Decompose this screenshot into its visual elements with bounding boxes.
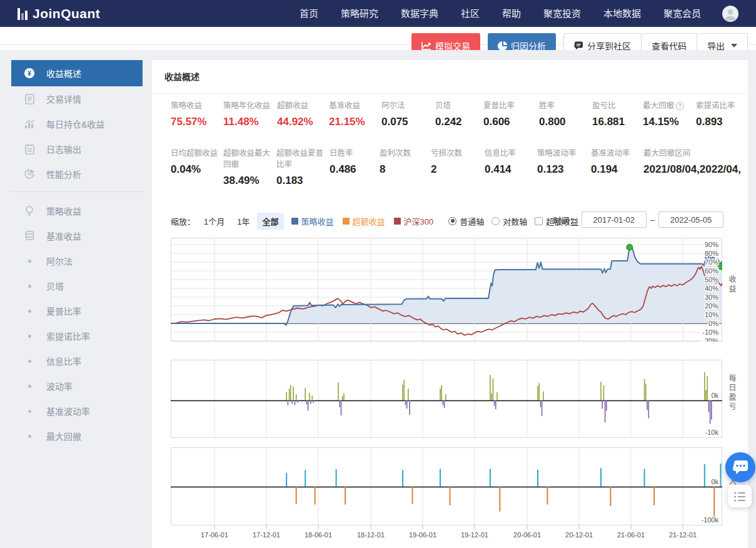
x-axis-label: 19-06-01 (409, 531, 436, 539)
attribution-analysis-button[interactable]: 归因分析 (488, 33, 556, 50)
nav-item-8[interactable]: 聚宽会员 (652, 0, 712, 27)
metric-mrow2-7: 信息比率0.414 (485, 148, 537, 187)
db-icon (23, 231, 36, 241)
x-axis-label: 20-06-01 (513, 531, 541, 539)
sidebar-item-label: 基准收益 (46, 230, 81, 242)
cash-flow-chart[interactable]: 0k-100k (171, 447, 722, 525)
button-label: 查看代码 (652, 39, 687, 50)
nav-item-2[interactable]: 策略研究 (330, 0, 390, 27)
action-buttons: 模拟交易归因分析分享到社区查看代码导出 (411, 33, 748, 50)
sidebar-item-基准波动率[interactable]: 基准波动率 (11, 398, 143, 424)
simulate-trade-button[interactable]: 模拟交易 (411, 33, 480, 50)
date-to-input[interactable] (658, 211, 723, 228)
metric-mrow2-3: 超额收益夏普比率0.183 (276, 148, 330, 187)
metric-mrow2-4: 日胜率0.486 (330, 148, 380, 187)
nav-item-4[interactable]: 社区 (450, 0, 491, 27)
sidebar-item-基准收益[interactable]: 基准收益 (11, 223, 143, 248)
radio-对数轴[interactable]: 对数轴 (491, 215, 527, 227)
sidebar-item-夏普比率[interactable]: 夏普比率 (11, 298, 143, 323)
sidebar-item-label: 最大回撤 (46, 430, 81, 442)
metric-label: 最大回撤区间 (643, 148, 748, 159)
metric-value: 0.075 (381, 116, 435, 128)
nav-item-5[interactable]: 帮助 (491, 0, 532, 27)
zoom-label: 缩放： (171, 215, 195, 227)
sidebar-item-label: 策略收益 (46, 205, 81, 217)
x-axis-label: 17-06-01 (201, 531, 228, 539)
legend-item-超额收益[interactable]: 超额收益 (343, 215, 385, 227)
svg-text:90%: 90% (705, 241, 718, 248)
sidebar-item-策略收益[interactable]: 策略收益 (11, 198, 143, 223)
metric-value: 0.893 (696, 116, 748, 128)
zoom-option-1年[interactable]: 1年 (232, 213, 255, 230)
x-axis-label: 19-12-01 (461, 531, 488, 539)
zoom-option-全部[interactable]: 全部 (257, 213, 283, 230)
metric-value: 0.123 (537, 163, 591, 176)
zoom-option-1个月[interactable]: 1个月 (199, 213, 229, 230)
nav-item-7[interactable]: 本地数据 (592, 0, 652, 27)
user-avatar[interactable] (722, 6, 738, 22)
x-axis-label: 17-12-01 (253, 531, 280, 539)
daily-pnl-axis-title: 每日盈亏 (727, 374, 737, 412)
metric-value: 0.242 (435, 116, 483, 128)
bullet-icon (23, 335, 36, 338)
list-fab-button[interactable] (728, 485, 752, 507)
metric-label: 亏损次数 (431, 148, 485, 159)
metric-label: 超额收益夏普比率 (276, 148, 330, 170)
sidebar-item-阿尔法[interactable]: 阿尔法 (11, 248, 143, 273)
x-axis-label: 20-12-01 (565, 531, 593, 539)
checkbox-icon (535, 217, 543, 225)
log-icon (23, 144, 36, 155)
metric-mrow1-11: 索提诺比率0.893 (696, 100, 748, 128)
nav-item-1[interactable]: 首页 (288, 0, 330, 27)
bullet-icon (23, 310, 36, 313)
sidebar-item-日志输出[interactable]: 日志输出 (11, 136, 143, 161)
chat-fab-button[interactable] (725, 452, 755, 482)
svg-text:0k: 0k (711, 392, 718, 399)
sidebar-item-交易详情[interactable]: 交易详情 (11, 86, 143, 111)
panel-title: 收益概述 (152, 60, 748, 94)
joinquant-logo[interactable]: JoinQuant (18, 6, 100, 21)
sidebar-item-最大回撤[interactable]: 最大回撤 (11, 424, 143, 449)
metric-label: 基准波动率 (591, 148, 643, 159)
sidebar-item-label: 基准波动率 (46, 405, 90, 417)
sidebar-item-性能分析[interactable]: 性能分析 (11, 161, 143, 186)
metric-mrow1-5: 阿尔法0.075 (381, 100, 435, 128)
sidebar-item-波动率[interactable]: 波动率 (11, 373, 143, 398)
metric-label: 胜率 (539, 100, 592, 111)
returns-chart[interactable]: 90%80%70%60%50%40%30%20%10%0%-10%-20% (171, 238, 722, 342)
nav-item-3[interactable]: 数据字典 (390, 0, 450, 27)
sub-header: 模拟交易归因分析分享到社区查看代码导出 (0, 27, 756, 50)
metric-mrow2-2: 超额收益最大回撤38.49% (223, 148, 276, 187)
legend-item-策略收益[interactable]: 策略收益 (291, 215, 334, 227)
sidebar-item-信息比率[interactable]: 信息比率 (11, 348, 143, 373)
svg-text:20%: 20% (705, 302, 718, 310)
date-from-input[interactable] (582, 211, 647, 228)
button-label: 归因分析 (511, 39, 546, 50)
legend-item-沪深300[interactable]: 沪深300 (394, 215, 434, 227)
radio-普通轴[interactable]: 普通轴 (448, 215, 484, 227)
help-icon[interactable]: ? (676, 102, 684, 110)
sidebar-item-贝塔[interactable]: 贝塔 (11, 273, 143, 298)
time-range-group: 时间： – (553, 211, 727, 228)
trend-icon (421, 41, 431, 50)
person-icon (722, 6, 738, 22)
share-to-community-button[interactable]: 分享到社区 (563, 33, 642, 50)
nav-item-6[interactable]: 聚宽投资 (532, 0, 592, 27)
metric-value: 11.48% (223, 116, 277, 128)
view-code-button[interactable]: 查看代码 (641, 33, 697, 50)
metric-value: 0.486 (330, 163, 380, 176)
bullet-icon (23, 435, 36, 438)
bullet-icon (23, 360, 36, 363)
daily-pnl-chart[interactable]: 0k-10k (171, 360, 722, 438)
export-button[interactable]: 导出 (697, 33, 748, 50)
coin-icon: ¥ (23, 68, 36, 79)
sidebar-item-每日持仓收益[interactable]: 每日持仓&收益 (11, 111, 143, 136)
metric-mrow1-1: 策略收益75.57% (171, 100, 223, 128)
sidebar-item-label: 每日持仓&收益 (46, 118, 104, 130)
sidebar-item-索提诺比率[interactable]: 索提诺比率 (11, 323, 143, 348)
svg-text:70%: 70% (705, 258, 718, 266)
sidebar-item-收益概述[interactable]: ¥收益概述 (11, 60, 143, 86)
sidebar-item-label: 贝塔 (46, 280, 64, 292)
bulb-icon (23, 206, 36, 216)
svg-text:-10%: -10% (702, 328, 718, 336)
